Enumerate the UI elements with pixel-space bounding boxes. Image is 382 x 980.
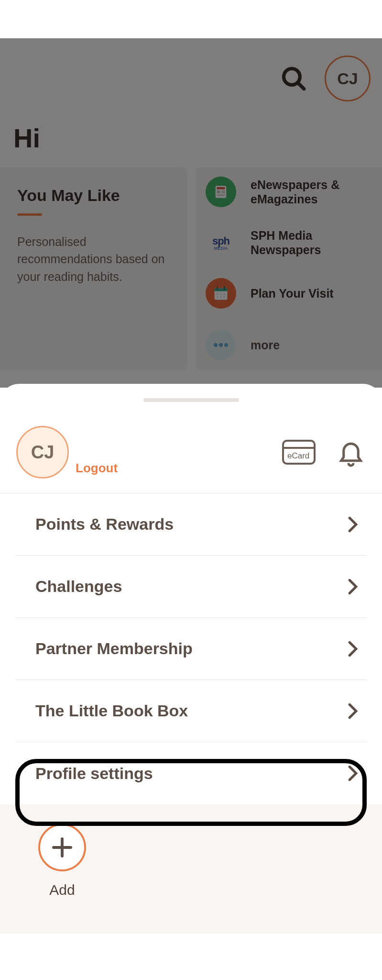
svg-rect-5: [221, 190, 225, 191]
menu-item-profile-settings[interactable]: Profile settings: [15, 742, 367, 804]
ecard-button[interactable]: eCard: [282, 439, 316, 465]
status-bar-blank: [0, 0, 382, 38]
newspaper-icon: [206, 177, 236, 207]
profile-menu: Points & Rewards Challenges Partner Memb…: [0, 493, 382, 804]
svg-rect-3: [217, 187, 225, 189]
svg-point-13: [220, 293, 222, 295]
shortcut-plan-visit[interactable]: Plan Your Visit: [206, 278, 372, 309]
menu-label: Profile settings: [15, 764, 153, 783]
svg-point-20: [224, 343, 228, 347]
shortcut-label: Plan Your Visit: [251, 286, 334, 301]
add-label: Add: [49, 882, 75, 898]
svg-rect-6: [221, 192, 225, 193]
plus-icon: [38, 824, 86, 871]
svg-point-16: [220, 296, 222, 298]
calendar-icon: [206, 278, 236, 309]
svg-rect-7: [217, 195, 225, 196]
logout-link[interactable]: Logout: [76, 461, 118, 476]
you-may-like-card[interactable]: You May Like Personalised recommendation…: [0, 167, 187, 370]
menu-item-points-rewards[interactable]: Points & Rewards: [15, 493, 367, 556]
svg-point-14: [224, 293, 225, 295]
ecard-icon: eCard: [282, 439, 316, 465]
sheet-avatar-initials: CJ: [31, 442, 55, 463]
shortcuts-panel: eNewspapers & eMagazines sph MEDIA SPH M…: [196, 167, 382, 370]
shortcut-sph[interactable]: sph MEDIA SPH Media Newspapers: [206, 228, 372, 257]
shortcut-label: eNewspapers & eMagazines: [251, 178, 372, 206]
title-underline: [17, 213, 42, 216]
sheet-avatar[interactable]: CJ: [16, 426, 69, 479]
svg-rect-9: [215, 289, 228, 291]
search-button[interactable]: [280, 65, 307, 92]
notifications-button[interactable]: [336, 436, 366, 468]
svg-rect-10: [217, 286, 218, 290]
add-section: Add: [0, 804, 382, 934]
avatar-button[interactable]: CJ: [325, 56, 371, 101]
svg-point-17: [224, 296, 225, 298]
avatar-initials: CJ: [337, 69, 358, 88]
you-may-like-desc: Personalised recommendations based on yo…: [17, 233, 174, 285]
svg-rect-11: [224, 286, 225, 290]
chevron-right-icon: [348, 516, 367, 533]
add-button[interactable]: Add: [38, 824, 86, 898]
menu-label: Points & Rewards: [15, 515, 174, 534]
chevron-right-icon: [348, 703, 367, 719]
chevron-right-icon: [348, 579, 367, 595]
sph-icon: sph MEDIA: [206, 235, 236, 251]
more-icon: [206, 330, 236, 360]
svg-rect-4: [217, 190, 220, 193]
shortcut-more[interactable]: more: [206, 330, 372, 360]
you-may-like-title: You May Like: [17, 186, 174, 205]
search-icon: [280, 65, 307, 92]
chevron-right-icon: [348, 641, 367, 657]
profile-bottom-sheet: CJ Logout eCard Points & Rewards: [0, 384, 382, 934]
svg-point-18: [214, 343, 218, 347]
chevron-right-icon: [348, 765, 367, 781]
menu-label: Challenges: [15, 577, 122, 596]
svg-point-15: [217, 296, 218, 298]
drag-handle[interactable]: [143, 398, 239, 402]
shortcut-label: SPH Media Newspapers: [251, 228, 372, 257]
menu-item-partner-membership[interactable]: Partner Membership: [15, 618, 367, 680]
bell-icon: [336, 436, 366, 468]
menu-label: Partner Membership: [15, 639, 193, 658]
shortcut-enewspapers[interactable]: eNewspapers & eMagazines: [206, 177, 372, 207]
menu-label: The Little Book Box: [15, 702, 188, 720]
svg-line-1: [298, 83, 304, 89]
greeting-heading: Hi: [0, 101, 382, 167]
svg-point-12: [217, 293, 218, 295]
svg-text:eCard: eCard: [287, 451, 309, 460]
svg-point-19: [219, 343, 223, 347]
menu-item-challenges[interactable]: Challenges: [15, 556, 367, 618]
menu-item-little-book-box[interactable]: The Little Book Box: [15, 680, 367, 742]
shortcut-label: more: [251, 338, 280, 352]
